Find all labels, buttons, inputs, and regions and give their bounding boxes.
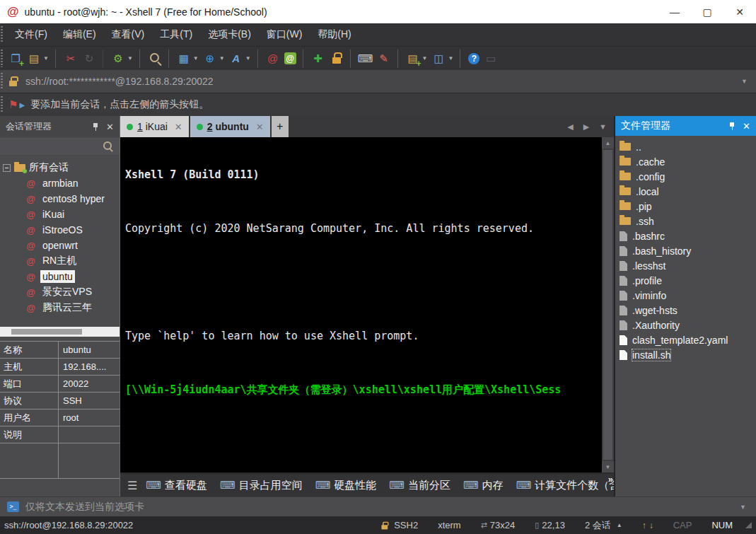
maximize-button[interactable]: ▢ — [691, 0, 723, 23]
dropdown-caret-icon[interactable]: ▼ — [448, 55, 454, 62]
tab-scroll-right-icon[interactable]: ▶ — [583, 122, 589, 132]
status-session-count[interactable]: 2 会话 ▲ — [585, 519, 622, 532]
toolbar-button[interactable]: ▼ — [146, 50, 169, 68]
quick-command-button[interactable]: ⌨ 查看硬盘 — [143, 477, 210, 494]
quick-command-button[interactable]: ⌨ 硬盘性能 — [313, 477, 380, 494]
menu-item[interactable]: 选项卡(B) — [200, 25, 259, 45]
toolbar-button[interactable]: ✚ ▼ — [310, 50, 327, 68]
menu-item[interactable]: 查看(V) — [104, 25, 153, 45]
close-panel-icon[interactable]: ✕ — [743, 122, 750, 131]
session-search-input[interactable] — [0, 138, 120, 155]
scroll-down-icon[interactable]: ▼ — [602, 461, 614, 472]
file-list-item[interactable]: .viminfo — [620, 288, 752, 303]
compose-input-placeholder[interactable]: 仅将文本发送到当前选项卡 — [25, 501, 144, 513]
file-list-item[interactable]: .local — [620, 184, 752, 199]
session-tree-item[interactable]: @ 景安云VPS — [0, 284, 120, 300]
file-list-item[interactable]: .wget-hsts — [620, 303, 752, 318]
toolbar-button[interactable]: ▤ ▼ — [405, 50, 429, 68]
address-dropdown-icon[interactable]: ▼ — [741, 78, 750, 85]
session-tab[interactable]: 1 iKuai ✕ — [120, 116, 189, 137]
toolbar-button[interactable]: ⌨ ▼ — [357, 50, 374, 68]
quick-command-menu-icon[interactable]: ☰ — [127, 479, 137, 492]
toolbar-button[interactable]: ▦ ▼ — [175, 50, 200, 68]
file-list-item[interactable]: .bash_history — [620, 243, 752, 258]
quick-command-button[interactable]: ⌨ 目录占用空间 — [217, 477, 306, 494]
session-tree-item[interactable]: @ iStroeOS — [0, 222, 120, 238]
toolbar-button[interactable]: ▭ ▼ — [482, 50, 499, 68]
toolbar-button[interactable]: ⚙ ▼ — [110, 50, 140, 68]
toolbar-button[interactable]: ↻ ▼ — [81, 50, 103, 68]
toolbar-button[interactable]: ◫ ▼ — [431, 50, 461, 68]
toolbar-button[interactable]: A ▼ — [228, 50, 258, 68]
address-url[interactable]: ssh://root:************@192.168.8.29:200… — [25, 76, 214, 87]
minimize-button[interactable]: — — [658, 0, 691, 23]
scrollbar-thumb[interactable] — [603, 150, 612, 460]
session-tree-item[interactable]: @ RN主机 — [0, 253, 120, 269]
tab-close-icon[interactable]: ✕ — [175, 122, 182, 132]
toolbar-button[interactable]: @ ▼ — [283, 50, 303, 68]
file-list-item[interactable]: .profile — [620, 273, 752, 288]
file-list-item[interactable]: clash_template2.yaml — [620, 332, 752, 347]
file-list-item[interactable]: .bashrc — [620, 228, 752, 243]
menu-item[interactable]: 工具(T) — [152, 25, 200, 45]
resize-grip[interactable] — [745, 522, 752, 528]
address-bar[interactable]: ssh://root:************@192.168.8.29:200… — [0, 70, 756, 93]
arrow-up-icon[interactable]: ↑ — [642, 521, 646, 530]
file-list-item[interactable]: .pip — [620, 199, 752, 214]
tab-close-icon[interactable]: ✕ — [256, 122, 264, 132]
compose-bar[interactable]: >_ 仅将文本发送到当前选项卡 ▼ — [0, 497, 756, 516]
close-panel-icon[interactable]: ✕ — [106, 122, 114, 132]
session-tree-item[interactable]: @ 腾讯云三年 — [0, 300, 120, 315]
dropdown-caret-icon[interactable]: ▼ — [127, 55, 133, 62]
file-list-item[interactable]: .ssh — [620, 214, 752, 228]
tab-scroll-left-icon[interactable]: ◀ — [567, 122, 573, 132]
file-list-item[interactable]: install.sh — [620, 347, 752, 362]
arrow-down-icon[interactable]: ↓ — [649, 521, 653, 530]
horizontal-scrollbar[interactable] — [0, 327, 120, 337]
terminal-scrollbar[interactable]: ▲ ▼ — [602, 137, 614, 472]
toolbar-button[interactable]: ⊕ ▼ — [202, 50, 226, 68]
collapse-icon[interactable] — [3, 164, 11, 172]
quick-command-button[interactable]: ⌨ 内存 — [460, 477, 506, 494]
scrollbar-thumb[interactable] — [11, 329, 82, 335]
toolbar-button[interactable]: @ ▼ — [264, 50, 281, 68]
toolbar-button[interactable]: ✎ ▼ — [376, 50, 398, 68]
close-button[interactable]: ✕ — [723, 0, 756, 23]
pin-icon[interactable] — [728, 122, 735, 130]
toolbar-button[interactable]: ▼ — [328, 50, 351, 68]
session-tree-item[interactable]: @ iKuai — [0, 207, 120, 222]
session-tree-item[interactable]: @ armbian — [0, 175, 120, 191]
toolbar-button[interactable]: ✂ ▼ — [62, 50, 79, 68]
session-tree-item[interactable]: @ openwrt — [0, 238, 120, 253]
file-list-item[interactable]: .cache — [620, 154, 752, 169]
pin-icon[interactable] — [92, 122, 99, 131]
dropdown-caret-icon[interactable]: ▼ — [422, 55, 428, 62]
tab-list-dropdown-icon[interactable]: ▼ — [599, 122, 607, 131]
toolbar-button[interactable]: ▤ ▼ — [25, 50, 56, 68]
quick-command-button[interactable]: ⌨ 当前分区 — [386, 477, 453, 494]
toolbar-button[interactable]: ? ▼ — [467, 50, 481, 68]
menu-item[interactable]: 帮助(H) — [310, 25, 359, 45]
menu-item[interactable]: 窗口(W) — [259, 25, 310, 45]
dropdown-caret-icon[interactable]: ▼ — [193, 55, 199, 62]
dropdown-caret-icon[interactable]: ▼ — [43, 55, 49, 62]
session-tree-root[interactable]: 所有会话 — [0, 160, 120, 175]
session-tree-item[interactable]: @ centos8 hyper — [0, 191, 120, 207]
scroll-up-icon[interactable]: ▲ — [602, 137, 614, 149]
toolbar-button[interactable]: ❐ ▼ — [7, 50, 24, 68]
quickbar-overflow-icon[interactable]: » — [608, 474, 612, 484]
send-up-down-arrows[interactable]: ↑ ↓ — [642, 521, 653, 530]
scrollbar-track[interactable] — [602, 149, 614, 461]
terminal[interactable]: Xshell 7 (Build 0111) Copyright (c) 2020… — [120, 137, 614, 472]
dropdown-caret-icon[interactable]: ▼ — [219, 55, 225, 62]
file-list-item[interactable]: .lesshst — [620, 258, 752, 273]
new-tab-button[interactable]: + — [272, 116, 289, 137]
dropdown-caret-icon[interactable]: ▼ — [245, 55, 251, 62]
session-list-caret-icon[interactable]: ▲ — [617, 522, 622, 528]
session-tab[interactable]: 2 ubuntu ✕ — [190, 116, 270, 137]
menu-item[interactable]: 文件(F) — [7, 25, 55, 45]
file-list-item[interactable]: .config — [620, 169, 752, 184]
quick-command-button[interactable]: ⌨ 计算文件个数（含子目录） — [513, 477, 614, 494]
session-tree-item[interactable]: @ ubuntu — [0, 269, 120, 284]
compose-dropdown-icon[interactable]: ▼ — [740, 504, 749, 511]
